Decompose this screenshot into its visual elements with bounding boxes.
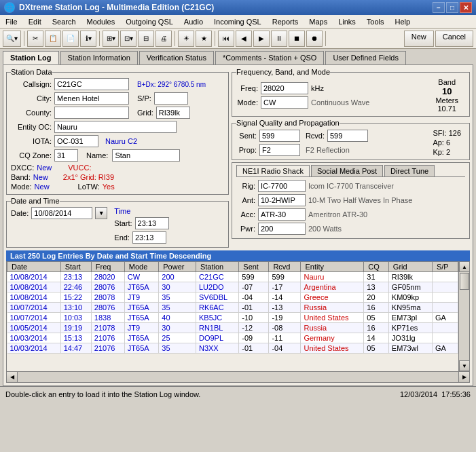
col-cq[interactable]: CQ	[364, 262, 389, 272]
scroll-up-button[interactable]: ▲	[459, 261, 470, 272]
scroll-thumb[interactable]	[460, 273, 469, 290]
menu-audio[interactable]: Audio	[179, 15, 208, 28]
col-rcvd[interactable]: Rcvd	[269, 262, 301, 272]
col-sent[interactable]: Sent	[239, 262, 269, 272]
prop-input[interactable]	[259, 144, 300, 156]
sp-input[interactable]	[154, 92, 188, 105]
start-input[interactable]	[135, 217, 169, 229]
tb-export-button[interactable]: ⊡▾	[120, 31, 136, 47]
subtab-social-media[interactable]: Social Media Post	[311, 165, 383, 176]
tab-station-log[interactable]: Station Log	[3, 51, 59, 64]
rig-input[interactable]	[258, 180, 306, 192]
table-row[interactable]: 10/05/201419:1921078JT930RN1BL-12-08Russ…	[7, 323, 458, 333]
tb-paste-button[interactable]: 📄	[62, 31, 79, 47]
menu-modules[interactable]: Modules	[81, 15, 121, 28]
scroll-right-button[interactable]: ▶	[458, 372, 469, 382]
h-scrollbar[interactable]: ◀ ▶	[6, 372, 470, 383]
tb-prev-button[interactable]: ◀	[236, 31, 252, 47]
tb-skip-start-button[interactable]: ⏮	[218, 31, 234, 47]
tb-info-button[interactable]: ℹ▾	[80, 31, 96, 47]
freq-input[interactable]	[261, 82, 308, 94]
mode-input[interactable]	[261, 96, 308, 109]
subtab-direct-tune[interactable]: Direct Tune	[384, 165, 435, 176]
subtab-radio-shack[interactable]: NE1I Radio Shack	[236, 165, 310, 176]
tb-star-button[interactable]: ★	[196, 31, 212, 47]
table-row[interactable]: 10/03/201414:4721076JT65A35N3XX-01-04Uni…	[7, 343, 458, 354]
table-row[interactable]: 10/07/201413:1028076JT65A35RK6AC-01-13Ru…	[7, 303, 458, 313]
lotw-value: Yes	[103, 183, 115, 191]
name-input[interactable]	[112, 149, 180, 162]
menu-links[interactable]: Links	[333, 15, 361, 28]
band-col-label: Band	[435, 78, 458, 86]
col-start[interactable]: Start	[60, 262, 91, 272]
rcvd-input[interactable]	[327, 130, 368, 142]
menu-outgoing-qsl[interactable]: Outgoing QSL	[120, 15, 179, 28]
table-row[interactable]: 10/07/201410:031838JT65A40KB5JC-10-19Uni…	[7, 313, 458, 323]
callsign-label: Callsign:	[11, 80, 52, 88]
menu-tools[interactable]: Tools	[361, 15, 390, 28]
tb-sun-button[interactable]: ☀	[178, 31, 194, 47]
tb-flag-button[interactable]: ⊟	[138, 31, 154, 47]
tb-print-button[interactable]: 🖨	[155, 31, 172, 47]
tb-stop-button[interactable]: ⏹	[289, 31, 305, 47]
table-row[interactable]: 10/08/201415:2228078JT935SV6DBL-04-14Gre…	[7, 293, 458, 303]
cq-zone-input[interactable]	[54, 149, 78, 162]
title-bar: 🌐 DXtreme Station Log - Multimedia Editi…	[0, 0, 476, 15]
minimize-button[interactable]: −	[433, 2, 445, 13]
col-sp[interactable]: S/P	[432, 262, 458, 272]
tb-play-button[interactable]: ▶	[253, 31, 270, 47]
tb-grid-button[interactable]: ⊞▾	[103, 31, 119, 47]
table-row[interactable]: 10/08/201423:1328020CW200C21GC599599Naur…	[7, 272, 458, 282]
close-button[interactable]: ✕	[460, 2, 472, 13]
maximize-button[interactable]: □	[446, 2, 458, 13]
col-date[interactable]: Date	[7, 262, 61, 272]
tab-station-information[interactable]: Station Information	[60, 51, 138, 64]
menu-reports[interactable]: Reports	[267, 15, 304, 28]
tab-user-defined[interactable]: User Defined Fields	[325, 51, 406, 64]
tab-verification-status[interactable]: Verification Status	[139, 51, 214, 64]
menu-incoming-qsl[interactable]: Incoming QSL	[208, 15, 267, 28]
new-button[interactable]: New	[404, 31, 434, 47]
col-mode[interactable]: Mode	[124, 262, 158, 272]
menu-file[interactable]: File	[0, 15, 23, 28]
table-row[interactable]: 10/03/201415:1321076JT65A25DO9PL-09-11Ge…	[7, 333, 458, 343]
tab-comments[interactable]: *Comments - Station + QSO	[215, 51, 324, 64]
tb-search-button[interactable]: 🔍▾	[3, 31, 21, 47]
menu-edit[interactable]: Edit	[23, 15, 47, 28]
ap-label: Ap:	[433, 138, 444, 147]
scroll-left-button[interactable]: ◀	[7, 372, 18, 382]
date-dropdown-button[interactable]: ▼	[95, 207, 107, 219]
col-power[interactable]: Power	[159, 262, 196, 272]
menu-maps[interactable]: Maps	[304, 15, 333, 28]
table-row[interactable]: 10/08/201422:4628076JT65A30LU2DO-07-17Ar…	[7, 282, 458, 293]
pwr-input[interactable]	[258, 223, 306, 235]
city-input[interactable]	[54, 92, 129, 105]
scroll-down-button[interactable]: ▼	[459, 360, 470, 371]
callsign-input[interactable]	[54, 78, 129, 90]
col-grid[interactable]: Grid	[388, 262, 432, 272]
date-input[interactable]	[31, 207, 92, 219]
county-input[interactable]	[54, 107, 129, 119]
grid-input[interactable]	[156, 107, 190, 119]
status-bar: Double-click an entry to load it into th…	[0, 386, 476, 401]
entity-oc-input[interactable]	[54, 121, 177, 133]
start-label: Start:	[114, 219, 132, 227]
ant-input[interactable]	[258, 194, 306, 206]
window-title: DXtreme Station Log - Multimedia Edition…	[19, 3, 214, 12]
menu-search[interactable]: Search	[47, 15, 81, 28]
cancel-button[interactable]: Cancel	[435, 31, 473, 47]
h-scroll-track	[18, 372, 458, 382]
tb-copy-button[interactable]: 📋	[45, 31, 61, 47]
menu-help[interactable]: Help	[390, 15, 416, 28]
iota-input[interactable]	[54, 135, 98, 147]
tb-cut-button[interactable]: ✂	[27, 31, 43, 47]
col-station[interactable]: Station	[196, 262, 238, 272]
col-entity[interactable]: Entity	[301, 262, 364, 272]
end-input[interactable]	[132, 231, 166, 244]
log-scrollbar[interactable]: ▲ ▼	[458, 261, 469, 371]
acc-input[interactable]	[258, 208, 306, 221]
col-freq[interactable]: Freq	[91, 262, 124, 272]
tb-pause-button[interactable]: ⏸	[271, 31, 287, 47]
sent-input[interactable]	[259, 130, 300, 142]
tb-record-button[interactable]: ⏺	[306, 31, 323, 47]
